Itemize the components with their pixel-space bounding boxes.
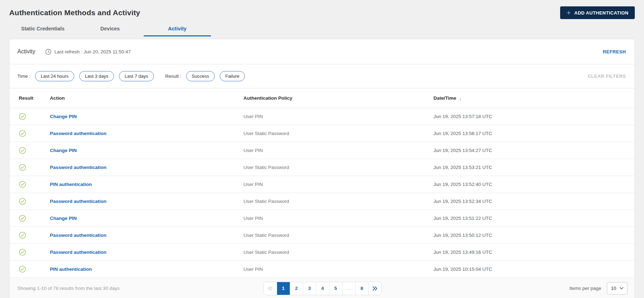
result-filter-label: Result :	[165, 74, 182, 79]
tab-activity[interactable]: Activity	[144, 21, 211, 36]
table-body: Change PIN User PIN Jun 19, 2025 13:57:1…	[10, 108, 634, 278]
items-per-page-select[interactable]: 10	[607, 282, 627, 294]
results-summary: Showing 1-10 of 78 results from the last…	[17, 286, 120, 291]
sort-descending-icon: ↓	[459, 95, 462, 101]
table-header: Result Action Authentication Policy Date…	[10, 88, 634, 108]
result-cell	[10, 215, 50, 222]
pagination-page-8[interactable]: 8	[355, 282, 368, 295]
last-refresh-text: Last refresh : Jun 20, 2025 11:50:47	[54, 49, 131, 54]
action-link[interactable]: Change PIN	[50, 216, 77, 221]
success-check-icon	[19, 265, 26, 273]
pagination-ellipsis: ...	[342, 282, 355, 295]
pagination-page-2[interactable]: 2	[290, 282, 303, 295]
policy-cell: User Static Password	[243, 199, 433, 204]
result-cell	[10, 198, 50, 205]
tab-bar: Static Credentials Devices Activity	[9, 21, 635, 36]
double-chevron-left-icon	[268, 286, 273, 291]
success-check-icon	[19, 249, 26, 256]
filter-chip-success[interactable]: Success	[186, 71, 215, 81]
column-header-policy: Authentication Policy	[243, 95, 433, 101]
table-row: Change PIN User PIN Jun 19, 2025 13:51:2…	[10, 210, 634, 227]
action-link[interactable]: PIN authentication	[50, 182, 92, 187]
tab-static-credentials[interactable]: Static Credentials	[9, 21, 76, 36]
datetime-cell: Jun 19, 2025 13:56:17 UTC	[433, 131, 634, 136]
pagination-first	[264, 282, 277, 295]
page: Authentication Methods and Activity + AD…	[0, 0, 644, 298]
column-header-datetime[interactable]: Date/Time ↓	[433, 95, 634, 101]
policy-cell: User PIN	[243, 267, 433, 272]
pagination: 12345...8	[263, 282, 382, 295]
policy-cell: User PIN	[243, 114, 433, 119]
chevron-down-icon	[620, 287, 623, 290]
last-refresh: Last refresh : Jun 20, 2025 11:50:47	[45, 49, 131, 55]
datetime-cell: Jun 19, 2025 13:50:12 UTC	[433, 233, 634, 238]
double-chevron-right-icon	[372, 286, 378, 291]
success-check-icon	[19, 130, 26, 137]
items-per-page-label: Items per page	[569, 286, 601, 291]
result-cell	[10, 265, 50, 273]
action-link[interactable]: Change PIN	[50, 114, 77, 119]
refresh-button[interactable]: REFRESH	[603, 49, 626, 54]
policy-cell: User PIN	[243, 148, 433, 153]
policy-cell: User Static Password	[243, 165, 433, 170]
result-cell	[10, 249, 50, 256]
action-link[interactable]: Change PIN	[50, 148, 77, 153]
time-filter-chips: Last 24 hoursLast 3 daysLast 7 days	[35, 71, 154, 81]
table-row: Password authentication User Static Pass…	[10, 244, 634, 261]
filter-chip-last-7-days[interactable]: Last 7 days	[119, 71, 154, 81]
success-check-icon	[19, 198, 26, 205]
footer-right: Items per page 10	[382, 282, 628, 294]
action-link[interactable]: Password authentication	[50, 131, 107, 136]
success-check-icon	[19, 113, 26, 120]
column-header-result: Result	[10, 95, 50, 101]
success-check-icon	[19, 232, 26, 239]
pagination-next[interactable]	[368, 282, 381, 295]
table-row: Password authentication User Static Pass…	[10, 227, 634, 244]
table-row: PIN authentication User PIN Jun 19, 2025…	[10, 176, 634, 193]
datetime-cell: Jun 19, 2025 13:57:18 UTC	[433, 114, 634, 119]
datetime-cell: Jun 19, 2025 10:15:04 UTC	[433, 267, 634, 272]
plus-icon: +	[567, 9, 571, 16]
result-cell	[10, 181, 50, 188]
action-link[interactable]: Password authentication	[50, 165, 107, 170]
activity-panel: Activity Last refresh : Jun 20, 2025 11:…	[9, 39, 635, 298]
datetime-cell: Jun 19, 2025 13:54:27 UTC	[433, 148, 634, 153]
add-authentication-button[interactable]: + ADD AUTHENTICATION	[560, 6, 635, 19]
filter-chip-last-3-days[interactable]: Last 3 days	[79, 71, 114, 81]
success-check-icon	[19, 181, 26, 188]
policy-cell: User Static Password	[243, 250, 433, 255]
pagination-page-5[interactable]: 5	[329, 282, 342, 295]
success-check-icon	[19, 164, 26, 171]
success-check-icon	[19, 147, 26, 154]
pagination-page-1[interactable]: 1	[277, 282, 290, 295]
page-title: Authentication Methods and Activity	[9, 8, 140, 17]
table-row: Password authentication User Static Pass…	[10, 193, 634, 210]
policy-cell: User PIN	[243, 182, 433, 187]
result-cell	[10, 147, 50, 154]
action-link[interactable]: PIN authentication	[50, 267, 92, 272]
footer-left: Showing 1-10 of 78 results from the last…	[17, 286, 263, 291]
policy-cell: User Static Password	[243, 233, 433, 238]
pagination-page-4[interactable]: 4	[316, 282, 329, 295]
clear-filters-button[interactable]: CLEAR FILTERS	[588, 74, 626, 79]
result-cell	[10, 130, 50, 137]
panel-title: Activity	[17, 48, 35, 55]
filter-chip-last-24-hours[interactable]: Last 24 hours	[35, 71, 74, 81]
pagination-page-3[interactable]: 3	[303, 282, 316, 295]
action-link[interactable]: Password authentication	[50, 250, 107, 255]
action-link[interactable]: Password authentication	[50, 199, 107, 204]
tab-devices[interactable]: Devices	[76, 21, 144, 36]
page-header: Authentication Methods and Activity + AD…	[9, 0, 635, 20]
datetime-cell: Jun 19, 2025 13:52:40 UTC	[433, 182, 634, 187]
result-cell	[10, 232, 50, 239]
result-cell	[10, 164, 50, 171]
table-footer: Showing 1-10 of 78 results from the last…	[10, 278, 634, 298]
datetime-cell: Jun 19, 2025 13:53:21 UTC	[433, 165, 634, 170]
action-link[interactable]: Password authentication	[50, 233, 107, 238]
items-per-page-value: 10	[611, 286, 616, 291]
add-authentication-label: ADD AUTHENTICATION	[574, 10, 628, 16]
table-row: PIN authentication User PIN Jun 19, 2025…	[10, 261, 634, 278]
panel-header: Activity Last refresh : Jun 20, 2025 11:…	[10, 39, 634, 64]
filter-chip-failure[interactable]: Failure	[220, 71, 245, 81]
table-row: Password authentication User Static Pass…	[10, 159, 634, 176]
